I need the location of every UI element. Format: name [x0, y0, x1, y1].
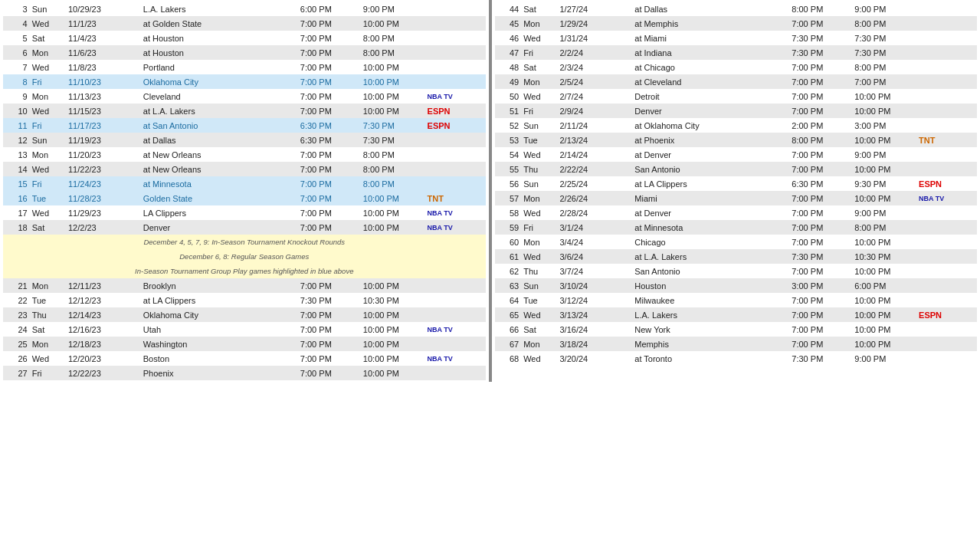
opponent: at Phoenix [632, 133, 789, 147]
table-row: 60Mon3/4/24Chicago7:00 PM10:00 PM [495, 235, 978, 249]
date: 11/15/23 [66, 104, 141, 118]
opponent: at Minnesota [632, 220, 789, 235]
game-number: 67 [495, 337, 522, 351]
right-table: 44Sat1/27/24at Dallas8:00 PM9:00 PM45Mon… [495, 2, 978, 366]
tv-network [916, 89, 977, 104]
date: 3/1/24 [558, 220, 633, 235]
game-number: 63 [495, 278, 522, 293]
day: Thu [521, 264, 557, 278]
et-time: 10:00 PM [361, 351, 425, 366]
opponent: at New Orleans [141, 162, 298, 176]
date: 11/17/23 [66, 118, 141, 133]
date: 12/16/23 [66, 322, 141, 337]
local-time: 7:00 PM [789, 337, 852, 351]
table-row: 15Fri11/24/23at Minnesota7:00 PM8:00 PM [3, 176, 486, 191]
et-time: 7:30 PM [361, 133, 425, 147]
day: Sat [30, 220, 66, 235]
table-row: 22Tue12/12/23at LA Clippers7:30 PM10:30 … [3, 293, 486, 307]
et-time: 9:00 PM [852, 351, 916, 366]
local-time: 7:30 PM [789, 31, 852, 45]
table-row: 56Sun2/25/24at LA Clippers6:30 PM9:30 PM… [495, 176, 978, 191]
et-time: 9:00 PM [852, 147, 916, 162]
local-time: 7:00 PM [789, 191, 852, 205]
date: 2/22/24 [558, 162, 633, 176]
game-number: 10 [3, 104, 30, 118]
et-time: 10:00 PM [361, 60, 425, 74]
game-number: 17 [3, 205, 30, 220]
local-time: 7:00 PM [298, 322, 361, 337]
opponent: Denver [141, 220, 298, 235]
et-time: 10:00 PM [361, 74, 425, 89]
game-number: 50 [495, 89, 522, 104]
local-time: 7:00 PM [298, 45, 361, 60]
opponent: San Antonio [632, 162, 789, 176]
local-time: 6:00 PM [298, 2, 361, 16]
opponent: at Denver [632, 205, 789, 220]
opponent: LA Clippers [141, 205, 298, 220]
local-time: 6:30 PM [298, 133, 361, 147]
day: Mon [30, 45, 66, 60]
table-row: 44Sat1/27/24at Dallas8:00 PM9:00 PM [495, 2, 978, 16]
table-row: 68Wed3/20/24at Toronto7:30 PM9:00 PM [495, 351, 978, 366]
local-time: 7:00 PM [298, 351, 361, 366]
et-time: 10:00 PM [852, 104, 916, 118]
day: Sun [521, 118, 557, 133]
day: Wed [30, 351, 66, 366]
tv-network [916, 249, 977, 264]
local-time: 6:30 PM [789, 176, 852, 191]
et-time: 10:00 PM [361, 205, 425, 220]
table-row: 4Wed11/1/23at Golden State7:00 PM10:00 P… [3, 16, 486, 31]
tv-network [916, 337, 977, 351]
et-time: 10:00 PM [361, 366, 425, 380]
tv-network: NBA TV [425, 220, 486, 235]
opponent: Utah [141, 322, 298, 337]
table-row: 50Wed2/7/24Detroit7:00 PM10:00 PM [495, 89, 978, 104]
tv-network [916, 31, 977, 45]
tv-network [425, 307, 486, 322]
note-cell: December 4, 5, 7, 9: In-Season Tournamen… [3, 235, 486, 249]
note-cell: In-Season Tournament Group Play games hi… [3, 264, 486, 278]
tv-network: ESPN [916, 307, 977, 322]
opponent: Detroit [632, 89, 789, 104]
table-row: 18Sat12/2/23Denver7:00 PM10:00 PMNBA TV [3, 220, 486, 235]
left-table: 3Sun10/29/23L.A. Lakers6:00 PM9:00 PM4We… [3, 2, 486, 380]
local-time: 7:00 PM [298, 191, 361, 205]
local-time: 7:00 PM [789, 74, 852, 89]
tv-network: NBA TV [425, 205, 486, 220]
et-time: 10:00 PM [852, 337, 916, 351]
tv-network [916, 118, 977, 133]
opponent: Portland [141, 60, 298, 74]
tv-network: NBA TV [425, 322, 486, 337]
game-number: 46 [495, 31, 522, 45]
local-time: 7:00 PM [298, 31, 361, 45]
table-row: 62Thu3/7/24San Antonio7:00 PM10:00 PM [495, 264, 978, 278]
tv-network: NBA TV [425, 89, 486, 104]
game-number: 61 [495, 249, 522, 264]
table-row: 63Sun3/10/24Houston3:00 PM6:00 PM [495, 278, 978, 293]
et-time: 8:00 PM [361, 176, 425, 191]
opponent: at Memphis [632, 16, 789, 31]
tv-network [425, 16, 486, 31]
game-number: 53 [495, 133, 522, 147]
opponent: Houston [632, 278, 789, 293]
game-number: 11 [3, 118, 30, 133]
local-time: 8:00 PM [789, 2, 852, 16]
tv-network [916, 264, 977, 278]
tv-network [425, 147, 486, 162]
opponent: at Houston [141, 45, 298, 60]
tv-network [916, 293, 977, 307]
table-row: December 6, 8: Regular Season Games [3, 249, 486, 264]
local-time: 7:00 PM [789, 147, 852, 162]
date: 11/29/23 [66, 205, 141, 220]
table-row: 65Wed3/13/24L.A. Lakers7:00 PM10:00 PMES… [495, 307, 978, 322]
date: 3/6/24 [558, 249, 633, 264]
table-row: 49Mon2/5/24at Cleveland7:00 PM7:00 PM [495, 74, 978, 89]
day: Tue [521, 133, 557, 147]
table-row: 21Mon12/11/23Brooklyn7:00 PM10:00 PM [3, 278, 486, 293]
table-row: December 4, 5, 7, 9: In-Season Tournamen… [3, 235, 486, 249]
local-time: 7:00 PM [789, 104, 852, 118]
day: Tue [521, 293, 557, 307]
date: 2/7/24 [558, 89, 633, 104]
et-time: 8:00 PM [361, 45, 425, 60]
date: 3/7/24 [558, 264, 633, 278]
